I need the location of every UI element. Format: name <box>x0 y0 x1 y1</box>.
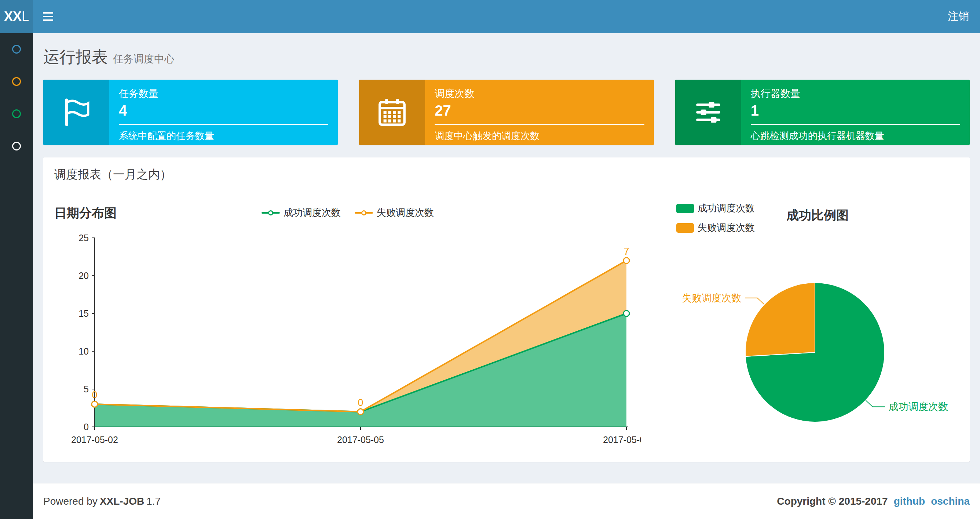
svg-text:2017-05-08: 2017-05-08 <box>603 434 641 445</box>
content-wrapper: 运行报表 任务调度中心 任务数量 4 系统中配置的任务数量 <box>33 33 980 483</box>
info-box-description: 调度中心触发的调度次数 <box>434 129 644 142</box>
sidebar-item-logs[interactable] <box>0 97 33 130</box>
sidebar-item-report[interactable] <box>0 33 33 65</box>
schedule-report-panel: 调度报表（一月之内） 日期分布图 成功调度次数 失败调度次数 <box>43 158 970 462</box>
svg-text:5: 5 <box>84 384 89 394</box>
svg-text:0: 0 <box>84 422 89 432</box>
page-title: 运行报表 任务调度中心 <box>43 46 970 68</box>
main-footer: Powered byXXL-JOB1.7 Copyright © 2015-20… <box>33 483 980 519</box>
info-box-content: 任务数量 4 系统中配置的任务数量 <box>109 80 338 145</box>
info-box-number: 1 <box>751 102 960 119</box>
info-box-description: 系统中配置的任务数量 <box>119 129 328 142</box>
svg-text:2017-05-05: 2017-05-05 <box>337 434 384 445</box>
sidebar-item-executors[interactable] <box>0 130 33 162</box>
legend-label: 失败调度次数 <box>377 206 434 219</box>
version: 1.7 <box>146 495 161 507</box>
hamburger-icon <box>43 19 53 21</box>
app-logo-text-light: L <box>22 9 29 24</box>
legend-label: 成功调度次数 <box>283 206 341 219</box>
sidebar-toggle-button[interactable] <box>33 0 63 33</box>
svg-text:25: 25 <box>78 233 89 243</box>
calendar-icon <box>359 80 425 145</box>
copyright-text: Copyright © 2015-2017 <box>777 495 888 507</box>
page-title-text: 运行报表 <box>43 46 108 68</box>
info-box-trigger-count: 调度次数 27 调度中心触发的调度次数 <box>359 80 654 145</box>
svg-text:15: 15 <box>78 308 89 319</box>
sidebar-item-jobs[interactable] <box>0 65 33 97</box>
svg-text:2017-05-02: 2017-05-02 <box>71 434 118 445</box>
info-box-divider <box>751 124 960 125</box>
oschina-link[interactable]: oschina <box>931 495 970 507</box>
circle-o-icon <box>12 142 21 150</box>
info-box-divider <box>434 124 644 125</box>
success-ratio-chart: 成功调度次数 失败调度次数 成功比例图 成功调度次数失败调度次数 <box>651 201 959 458</box>
powered-prefix: Powered by <box>43 495 97 507</box>
info-box-divider <box>119 124 328 125</box>
info-box-content: 执行器数量 1 心跳检测成功的执行器机器数量 <box>741 80 970 145</box>
brand-name: XXL-JOB <box>100 495 144 507</box>
hamburger-icon <box>43 16 53 17</box>
legend-item-success[interactable]: 成功调度次数 <box>676 202 755 215</box>
legend-label: 成功调度次数 <box>698 202 755 215</box>
info-box-number: 4 <box>119 102 328 119</box>
info-box-row: 任务数量 4 系统中配置的任务数量 <box>43 80 970 145</box>
svg-text:20: 20 <box>78 270 89 281</box>
svg-text:10: 10 <box>78 346 89 356</box>
legend-line-marker <box>261 212 280 214</box>
info-box-content: 调度次数 27 调度中心触发的调度次数 <box>425 80 654 145</box>
circle-o-icon <box>12 109 21 118</box>
legend-square-marker <box>676 204 694 213</box>
info-box-number: 27 <box>434 102 644 119</box>
navbar-right: 注销 <box>937 0 980 33</box>
svg-text:0: 0 <box>92 390 97 401</box>
svg-text:0: 0 <box>358 397 363 408</box>
content-header: 运行报表 任务调度中心 <box>33 33 980 68</box>
top-navbar: XXL 注销 <box>0 0 980 33</box>
circle-o-icon <box>12 45 21 54</box>
legend-item-success[interactable]: 成功调度次数 <box>261 206 341 219</box>
info-box-description: 心跳检测成功的执行器机器数量 <box>751 129 960 142</box>
svg-text:成功调度次数: 成功调度次数 <box>889 401 948 412</box>
charts-row: 日期分布图 成功调度次数 失败调度次数 05101520252017-05-02… <box>54 201 959 458</box>
footer-right: Copyright © 2015-2017 github oschina <box>777 495 970 507</box>
panel-title: 调度报表（一月之内） <box>43 158 970 192</box>
github-link[interactable]: github <box>894 495 925 507</box>
circle-o-icon <box>12 77 21 86</box>
svg-text:失败调度次数: 失败调度次数 <box>682 292 741 303</box>
info-box-title: 任务数量 <box>119 87 328 100</box>
legend-line-marker <box>355 212 373 214</box>
svg-text:7: 7 <box>624 246 629 257</box>
hamburger-icon <box>43 12 53 14</box>
line-chart-legend: 成功调度次数 失败调度次数 <box>54 206 641 219</box>
app-logo-text-bold: XX <box>4 9 22 24</box>
pie-chart-title: 成功比例图 <box>786 207 849 224</box>
sliders-icon <box>675 80 741 145</box>
flag-icon <box>43 80 109 145</box>
app-logo[interactable]: XXL <box>0 0 33 33</box>
legend-item-fail[interactable]: 失败调度次数 <box>355 206 434 219</box>
info-box-title: 执行器数量 <box>751 87 960 100</box>
pie-chart-canvas: 成功调度次数失败调度次数 <box>651 223 959 458</box>
line-chart-canvas: 05101520252017-05-022017-05-052017-05-08… <box>54 223 641 458</box>
logout-link[interactable]: 注销 <box>937 0 980 33</box>
panel-body: 日期分布图 成功调度次数 失败调度次数 05101520252017-05-02… <box>43 192 970 462</box>
powered-by: Powered byXXL-JOB1.7 <box>43 495 161 507</box>
info-box-title: 调度次数 <box>434 87 644 100</box>
info-box-executor-count: 执行器数量 1 心跳检测成功的执行器机器数量 <box>675 80 970 145</box>
date-distribution-chart: 日期分布图 成功调度次数 失败调度次数 05101520252017-05-02… <box>54 201 641 458</box>
page-subtitle: 任务调度中心 <box>113 52 175 66</box>
sidebar <box>0 33 33 519</box>
info-box-job-count: 任务数量 4 系统中配置的任务数量 <box>43 80 338 145</box>
